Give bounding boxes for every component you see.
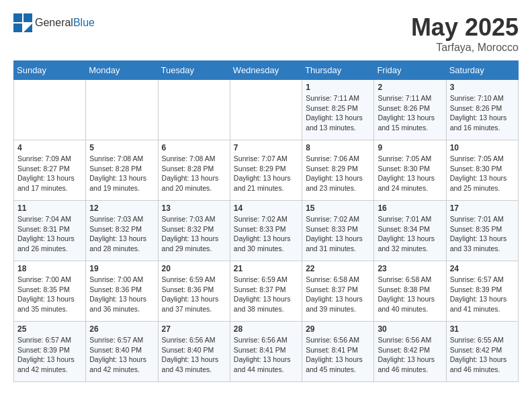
calendar-week-row: 18Sunrise: 7:00 AM Sunset: 8:35 PM Dayli… xyxy=(14,261,519,322)
calendar-cell: 16Sunrise: 7:01 AM Sunset: 8:34 PM Dayli… xyxy=(374,201,446,261)
calendar-cell: 11Sunrise: 7:04 AM Sunset: 8:31 PM Dayli… xyxy=(14,201,86,261)
calendar-cell: 17Sunrise: 7:01 AM Sunset: 8:35 PM Dayli… xyxy=(446,201,518,261)
day-content: Sunrise: 7:11 AM Sunset: 8:26 PM Dayligh… xyxy=(378,93,442,133)
calendar-cell: 5Sunrise: 7:08 AM Sunset: 8:28 PM Daylig… xyxy=(86,140,158,201)
day-content: Sunrise: 7:11 AM Sunset: 8:25 PM Dayligh… xyxy=(306,93,370,133)
day-content: Sunrise: 7:05 AM Sunset: 8:30 PM Dayligh… xyxy=(450,154,515,193)
calendar-cell: 23Sunrise: 6:58 AM Sunset: 8:38 PM Dayli… xyxy=(374,261,446,322)
day-number: 10 xyxy=(450,143,515,152)
day-number: 2 xyxy=(378,83,442,92)
day-number: 20 xyxy=(162,264,226,273)
calendar-week-row: 4Sunrise: 7:09 AM Sunset: 8:27 PM Daylig… xyxy=(14,140,519,201)
calendar-week-row: 11Sunrise: 7:04 AM Sunset: 8:31 PM Dayli… xyxy=(14,201,519,261)
day-content: Sunrise: 6:58 AM Sunset: 8:38 PM Dayligh… xyxy=(378,275,442,314)
day-content: Sunrise: 6:55 AM Sunset: 8:42 PM Dayligh… xyxy=(450,335,515,375)
calendar-cell: 2Sunrise: 7:11 AM Sunset: 8:26 PM Daylig… xyxy=(374,80,446,140)
calendar-cell: 24Sunrise: 6:57 AM Sunset: 8:39 PM Dayli… xyxy=(446,261,518,322)
calendar-cell: 25Sunrise: 6:57 AM Sunset: 8:39 PM Dayli… xyxy=(14,322,86,382)
logo-icon xyxy=(13,13,32,32)
day-content: Sunrise: 7:09 AM Sunset: 8:27 PM Dayligh… xyxy=(17,154,82,193)
svg-rect-2 xyxy=(13,24,22,32)
day-content: Sunrise: 7:02 AM Sunset: 8:33 PM Dayligh… xyxy=(306,214,370,254)
calendar-cell: 8Sunrise: 7:06 AM Sunset: 8:29 PM Daylig… xyxy=(302,140,374,201)
header-friday: Friday xyxy=(374,61,446,80)
day-number: 21 xyxy=(234,264,298,273)
day-number: 27 xyxy=(162,324,226,334)
header-thursday: Thursday xyxy=(302,61,374,80)
calendar-title: May 2025 xyxy=(411,13,519,42)
day-number: 31 xyxy=(450,324,515,334)
header-sunday: Sunday xyxy=(14,61,86,80)
day-content: Sunrise: 7:07 AM Sunset: 8:29 PM Dayligh… xyxy=(234,154,298,193)
header-saturday: Saturday xyxy=(446,61,518,80)
calendar-cell: 10Sunrise: 7:05 AM Sunset: 8:30 PM Dayli… xyxy=(446,140,518,201)
day-number: 9 xyxy=(378,143,442,152)
calendar-cell: 14Sunrise: 7:02 AM Sunset: 8:33 PM Dayli… xyxy=(230,201,302,261)
day-number: 24 xyxy=(450,264,515,273)
calendar-cell: 27Sunrise: 6:56 AM Sunset: 8:40 PM Dayli… xyxy=(158,322,230,382)
day-number: 8 xyxy=(306,143,370,152)
calendar-cell: 3Sunrise: 7:10 AM Sunset: 8:26 PM Daylig… xyxy=(446,80,518,140)
calendar-cell: 19Sunrise: 7:00 AM Sunset: 8:36 PM Dayli… xyxy=(86,261,158,322)
day-content: Sunrise: 6:56 AM Sunset: 8:42 PM Dayligh… xyxy=(378,335,442,375)
day-number: 19 xyxy=(89,264,154,273)
calendar-cell: 1Sunrise: 7:11 AM Sunset: 8:25 PM Daylig… xyxy=(302,80,374,140)
day-content: Sunrise: 6:56 AM Sunset: 8:40 PM Dayligh… xyxy=(162,335,226,375)
svg-rect-0 xyxy=(13,13,22,22)
title-block: May 2025 Tarfaya, Morocco xyxy=(411,13,519,54)
day-content: Sunrise: 7:04 AM Sunset: 8:31 PM Dayligh… xyxy=(17,214,82,254)
calendar-cell: 6Sunrise: 7:08 AM Sunset: 8:28 PM Daylig… xyxy=(158,140,230,201)
day-content: Sunrise: 7:05 AM Sunset: 8:30 PM Dayligh… xyxy=(378,154,442,193)
day-content: Sunrise: 6:56 AM Sunset: 8:41 PM Dayligh… xyxy=(306,335,370,375)
day-content: Sunrise: 7:01 AM Sunset: 8:34 PM Dayligh… xyxy=(378,214,442,254)
day-content: Sunrise: 7:10 AM Sunset: 8:26 PM Dayligh… xyxy=(450,93,515,133)
day-number: 13 xyxy=(162,203,226,213)
calendar-cell xyxy=(158,80,230,140)
day-content: Sunrise: 7:06 AM Sunset: 8:29 PM Dayligh… xyxy=(306,154,370,193)
logo: GeneralBlue xyxy=(13,13,95,32)
day-number: 30 xyxy=(378,324,442,334)
day-content: Sunrise: 7:03 AM Sunset: 8:32 PM Dayligh… xyxy=(162,214,226,254)
day-content: Sunrise: 6:57 AM Sunset: 8:39 PM Dayligh… xyxy=(450,275,515,314)
calendar-location: Tarfaya, Morocco xyxy=(411,42,519,54)
day-content: Sunrise: 7:03 AM Sunset: 8:32 PM Dayligh… xyxy=(89,214,154,254)
calendar-cell: 21Sunrise: 6:59 AM Sunset: 8:37 PM Dayli… xyxy=(230,261,302,322)
day-content: Sunrise: 6:56 AM Sunset: 8:41 PM Dayligh… xyxy=(234,335,298,375)
day-content: Sunrise: 6:59 AM Sunset: 8:37 PM Dayligh… xyxy=(234,275,298,314)
calendar-cell: 28Sunrise: 6:56 AM Sunset: 8:41 PM Dayli… xyxy=(230,322,302,382)
calendar-cell: 29Sunrise: 6:56 AM Sunset: 8:41 PM Dayli… xyxy=(302,322,374,382)
day-number: 16 xyxy=(378,203,442,213)
day-number: 28 xyxy=(234,324,298,334)
day-content: Sunrise: 7:00 AM Sunset: 8:35 PM Dayligh… xyxy=(17,275,82,314)
day-content: Sunrise: 6:57 AM Sunset: 8:40 PM Dayligh… xyxy=(89,335,154,375)
day-number: 23 xyxy=(378,264,442,273)
day-number: 6 xyxy=(162,143,226,152)
calendar-cell xyxy=(14,80,86,140)
day-number: 11 xyxy=(17,203,82,213)
svg-marker-3 xyxy=(24,24,32,32)
calendar-cell: 20Sunrise: 6:59 AM Sunset: 8:36 PM Dayli… xyxy=(158,261,230,322)
page-header: GeneralBlue May 2025 Tarfaya, Morocco xyxy=(13,13,519,54)
logo-general-text: General xyxy=(35,17,73,28)
day-number: 12 xyxy=(89,203,154,213)
day-number: 3 xyxy=(450,83,515,92)
calendar-cell: 7Sunrise: 7:07 AM Sunset: 8:29 PM Daylig… xyxy=(230,140,302,201)
svg-rect-1 xyxy=(24,13,32,22)
day-number: 14 xyxy=(234,203,298,213)
calendar-cell xyxy=(86,80,158,140)
calendar-cell: 31Sunrise: 6:55 AM Sunset: 8:42 PM Dayli… xyxy=(446,322,518,382)
day-number: 18 xyxy=(17,264,82,273)
day-number: 7 xyxy=(234,143,298,152)
calendar-cell: 15Sunrise: 7:02 AM Sunset: 8:33 PM Dayli… xyxy=(302,201,374,261)
calendar-header-row: SundayMondayTuesdayWednesdayThursdayFrid… xyxy=(14,61,519,80)
header-wednesday: Wednesday xyxy=(230,61,302,80)
day-number: 22 xyxy=(306,264,370,273)
calendar-cell: 13Sunrise: 7:03 AM Sunset: 8:32 PM Dayli… xyxy=(158,201,230,261)
calendar-cell xyxy=(230,80,302,140)
header-tuesday: Tuesday xyxy=(158,61,230,80)
calendar-cell: 9Sunrise: 7:05 AM Sunset: 8:30 PM Daylig… xyxy=(374,140,446,201)
calendar-cell: 12Sunrise: 7:03 AM Sunset: 8:32 PM Dayli… xyxy=(86,201,158,261)
day-content: Sunrise: 7:00 AM Sunset: 8:36 PM Dayligh… xyxy=(89,275,154,314)
day-number: 25 xyxy=(17,324,82,334)
day-content: Sunrise: 7:02 AM Sunset: 8:33 PM Dayligh… xyxy=(234,214,298,254)
